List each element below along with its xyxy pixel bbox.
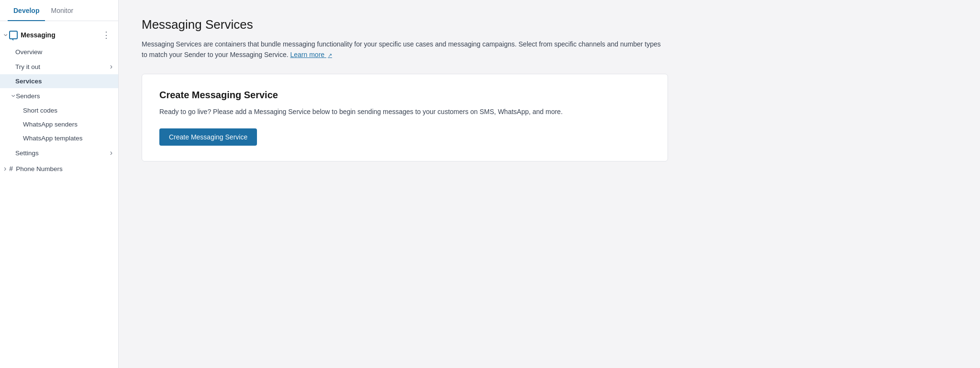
phone-numbers-chevron-icon: [4, 164, 6, 173]
phone-numbers-label: Phone Numbers: [16, 165, 63, 172]
page-title: Messaging Services: [142, 17, 957, 32]
learn-more-link[interactable]: Learn more ↗: [290, 51, 332, 58]
main-content: Messaging Services Messaging Services ar…: [119, 0, 980, 368]
tab-develop[interactable]: Develop: [8, 0, 45, 21]
phone-numbers-hash-icon: #: [9, 165, 13, 172]
sidebar-item-try-it-out[interactable]: Try it out: [0, 59, 118, 74]
messaging-more-button[interactable]: ⋮: [100, 29, 112, 41]
sidebar-item-phone-numbers[interactable]: # Phone Numbers: [0, 161, 118, 177]
sidebar-item-overview[interactable]: Overview: [0, 45, 118, 59]
messaging-chevron-icon: [4, 31, 6, 39]
create-service-card: Create Messaging Service Ready to go liv…: [142, 74, 668, 161]
card-title: Create Messaging Service: [159, 90, 650, 101]
try-it-out-chevron-icon: [110, 62, 112, 71]
messaging-section-header[interactable]: Messaging ⋮: [0, 25, 118, 45]
external-link-icon: ↗: [328, 52, 332, 58]
sidebar-tabs: Develop Monitor: [0, 0, 118, 21]
sidebar-item-services[interactable]: Services: [0, 74, 118, 88]
create-messaging-service-button[interactable]: Create Messaging Service: [159, 128, 257, 146]
messaging-section-label: Messaging: [21, 31, 55, 39]
settings-chevron-icon: [110, 149, 112, 157]
sidebar-item-short-codes[interactable]: Short codes: [0, 104, 118, 117]
sidebar-item-senders[interactable]: Senders: [0, 88, 118, 104]
senders-chevron-icon: [11, 92, 14, 100]
page-description: Messaging Services are containers that b…: [142, 39, 668, 60]
sidebar-item-settings[interactable]: Settings: [0, 145, 118, 161]
card-description: Ready to go live? Please add a Messaging…: [159, 106, 650, 117]
sidebar: Develop Monitor Messaging ⋮ Overview Try…: [0, 0, 119, 368]
messaging-icon: [9, 31, 18, 39]
tab-monitor[interactable]: Monitor: [45, 0, 79, 21]
sidebar-item-whatsapp-senders[interactable]: WhatsApp senders: [0, 117, 118, 131]
sidebar-nav: Messaging ⋮ Overview Try it out Services…: [0, 21, 118, 368]
sidebar-item-whatsapp-templates[interactable]: WhatsApp templates: [0, 131, 118, 145]
